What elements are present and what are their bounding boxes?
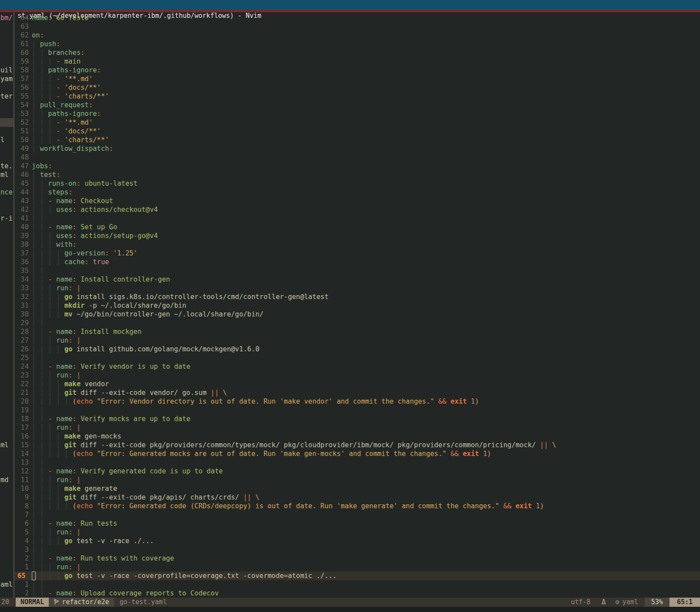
file-tree-panel[interactable]: bm/uilyamterlte.mlncer-imlmdaml [0, 12, 14, 598]
code-line[interactable]: 25│ │ [14, 354, 700, 362]
code-line[interactable]: 44│ │ steps: [14, 188, 700, 197]
code-line[interactable]: 24│ │ - name: Verify vendor is up to dat… [14, 362, 700, 371]
code-line[interactable]: 11│ │ │ run: | [14, 476, 700, 484]
code-line[interactable]: 58│ │ paths-ignore: [14, 66, 700, 75]
tree-cursor-line[interactable] [0, 118, 14, 127]
tree-item[interactable]: ml [0, 170, 9, 179]
tree-item[interactable]: ter [0, 92, 13, 101]
code-token: : [72, 197, 76, 205]
code-line[interactable]: 5│ │ │ run: | [14, 528, 700, 537]
code-line[interactable]: 1│ │ │ run: | [14, 563, 700, 571]
code-token: test [40, 171, 56, 179]
code-line[interactable]: 2│ │ - name: Upload coverage reports to … [14, 589, 700, 598]
code-line[interactable]: 21│ │ │ │ git diff --exit-code vendor/ g… [14, 388, 700, 397]
code-line[interactable]: 16│ │ │ │ make gen-mocks [14, 432, 700, 441]
code-line[interactable]: 3│ │ [14, 545, 700, 554]
code-line[interactable]: 57│ │ │ - '**.md' [14, 75, 700, 83]
code-line[interactable]: 33│ │ │ run: | [14, 284, 700, 292]
code-line[interactable]: 2│ │ - name: Run tests with coverage [14, 554, 700, 563]
indent-guide: │ │ [32, 223, 48, 231]
code-line[interactable]: 63 [14, 22, 700, 31]
code-token: : [72, 520, 76, 527]
code-line[interactable]: 15│ │ │ │ git diff --exit-code pkg/provi… [14, 441, 700, 449]
code-line[interactable]: 26│ │ │ │ go install github.com/golang/m… [14, 345, 700, 354]
code-line[interactable]: 27│ │ │ run: | [14, 336, 700, 345]
code-line[interactable]: 45│ │ runs-on: ubuntu-latest [14, 179, 700, 188]
code-line[interactable]: 35│ │ [14, 266, 700, 275]
line-number: 42 [14, 205, 29, 214]
code-line[interactable]: 19│ │ [14, 406, 700, 415]
code-line[interactable]: 8│ │ │ │ │ (echo "Error: Generated code … [14, 502, 700, 510]
code-line[interactable]: 38│ │ │ with: [14, 240, 700, 249]
tree-item[interactable]: aml [0, 580, 13, 589]
code-line[interactable]: 7│ │ [14, 510, 700, 519]
line-number: 16 [14, 432, 29, 441]
line-number: 33 [14, 284, 29, 292]
code-line[interactable]: 1│ │ [14, 580, 700, 589]
code-line[interactable]: 30│ │ │ │ mv ~/go/bin/controller-gen ~/.… [14, 310, 700, 319]
code-token: vendor [81, 380, 109, 388]
indent-guide: │ │ [32, 180, 48, 187]
code-line[interactable]: 18│ │ - name: Verify mocks are up to dat… [14, 415, 700, 423]
tree-item[interactable]: uil [0, 66, 13, 75]
code-token: name [56, 363, 72, 371]
code-line[interactable]: 12│ │ - name: Verify generated code is u… [14, 467, 700, 476]
code-line[interactable]: 37│ │ │ │ go-version: '1.25' [14, 249, 700, 258]
tree-item[interactable]: te. [0, 162, 13, 170]
code-line[interactable]: 47jobs: [14, 162, 700, 170]
code-line[interactable]: 29│ │ [14, 319, 700, 327]
code-line[interactable]: 14│ │ │ │ │ (echo "Error: Generated mock… [14, 449, 700, 458]
code-line[interactable]: 64name: Go Tests [14, 14, 700, 22]
code-line[interactable]: 60│ │ branches: [14, 48, 700, 57]
code-line[interactable]: 51│ │ │ - 'docs/**' [14, 127, 700, 136]
code-line[interactable]: 42│ │ │ uses: actions/checkout@v4 [14, 205, 700, 214]
tree-item[interactable]: l [0, 136, 4, 144]
tree-item[interactable]: r-i [0, 214, 13, 223]
line-number: 2 [14, 554, 29, 563]
code-line[interactable]: 20│ │ │ │ │ (echo "Error: Vendor directo… [14, 397, 700, 406]
code-line[interactable]: 6│ │ - name: Run tests [14, 519, 700, 528]
code-line[interactable]: 52│ │ │ - '**.md' [14, 118, 700, 127]
code-line[interactable]: 10│ │ │ │ make generate [14, 484, 700, 493]
code-token: Verify vendor is up to date [77, 363, 190, 371]
tree-item[interactable]: ml [0, 441, 9, 449]
code-line[interactable]: 59│ │ │ - main [14, 57, 700, 66]
code-line[interactable]: 48 [14, 153, 700, 162]
code-line[interactable]: 39│ │ │ uses: actions/setup-go@v4 [14, 231, 700, 240]
code-line[interactable]: 56│ │ │ - 'docs/**' [14, 83, 700, 92]
tree-item[interactable]: md [0, 476, 9, 484]
tree-item[interactable]: bm/ [0, 14, 13, 22]
line-number: 19 [14, 406, 29, 415]
code-line[interactable]: 13│ │ [14, 458, 700, 467]
code-line[interactable]: 54│ pull_request: [14, 101, 700, 109]
code-line[interactable]: 28│ │ - name: Install mockgen [14, 327, 700, 336]
code-line[interactable]: 34│ │ - name: Install controller-gen [14, 275, 700, 284]
code-line[interactable]: 36│ │ │ │ cache: true [14, 258, 700, 266]
tree-item[interactable]: nce [0, 188, 13, 197]
code-line[interactable]: 61│ push: [14, 40, 700, 48]
code-line[interactable]: 9│ │ │ │ git diff --exit-code pkg/apis/ … [14, 493, 700, 502]
code-line-current[interactable]: 65│ │ │ │ go test -v -race -coverprofile… [14, 571, 700, 580]
code-line[interactable]: 53│ │ paths-ignore: [14, 109, 700, 118]
code-token: : [105, 249, 109, 257]
code-line[interactable]: 4│ │ │ │ go test -v -race ./... [14, 537, 700, 545]
code-line[interactable]: 46│ test: [14, 170, 700, 179]
encoding-label: utf-8 [564, 598, 597, 607]
code-line[interactable]: 41│ │ [14, 214, 700, 223]
line-number: 51 [14, 127, 29, 136]
code-line[interactable]: 40│ │ - name: Set up Go [14, 223, 700, 231]
code-line[interactable]: 62on: [14, 31, 700, 40]
code-line[interactable]: 49│ workflow_dispatch: [14, 144, 700, 153]
code-line[interactable]: 43│ │ - name: Checkout [14, 197, 700, 205]
tree-item[interactable]: yam [0, 75, 13, 83]
editor-buffer[interactable]: 64name: Go Tests6362on:61│ push:60│ │ br… [14, 12, 700, 598]
code-line[interactable]: 55│ │ │ - 'charts/**' [14, 92, 700, 101]
line-number: 20 [14, 397, 29, 406]
code-line[interactable]: 17│ │ │ run: | [14, 423, 700, 432]
command-line[interactable] [0, 607, 700, 612]
code-line[interactable]: 23│ │ │ run: | [14, 371, 700, 380]
code-line[interactable]: 22│ │ │ │ make vendor [14, 380, 700, 388]
code-line[interactable]: 50│ │ │ - 'charts/**' [14, 136, 700, 144]
code-line[interactable]: 31│ │ │ │ mkdir -p ~/.local/share/go/bin [14, 301, 700, 310]
code-line[interactable]: 32│ │ │ │ go install sigs.k8s.io/control… [14, 292, 700, 301]
